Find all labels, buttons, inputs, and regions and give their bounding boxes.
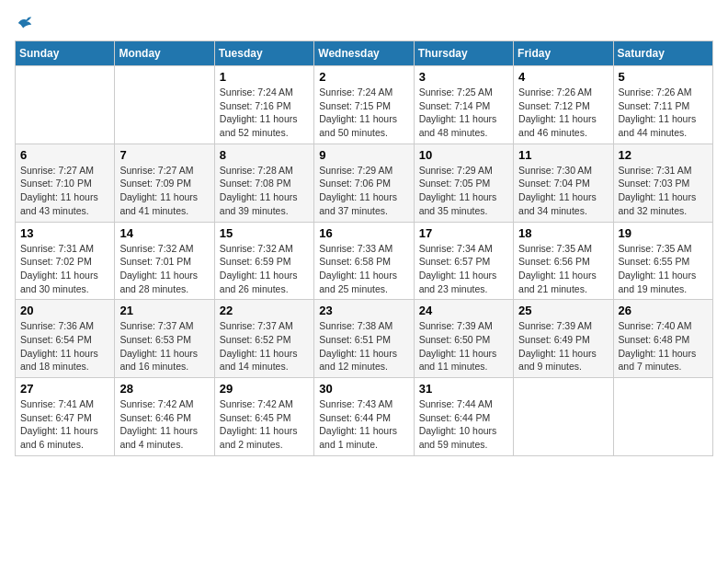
day-info: Sunrise: 7:43 AM Sunset: 6:44 PM Dayligh… [319, 397, 408, 452]
day-number: 19 [619, 226, 708, 240]
calendar-cell: 31Sunrise: 7:44 AM Sunset: 6:44 PM Dayli… [414, 378, 513, 456]
day-number: 28 [119, 382, 209, 396]
day-info: Sunrise: 7:30 AM Sunset: 7:04 PM Dayligh… [518, 164, 608, 218]
calendar-cell: 12Sunrise: 7:31 AM Sunset: 7:03 PM Dayli… [613, 144, 712, 222]
day-number: 13 [20, 226, 109, 240]
weekday-row: SundayMondayTuesdayWednesdayThursdayFrid… [16, 41, 713, 66]
calendar-cell: 8Sunrise: 7:28 AM Sunset: 7:08 PM Daylig… [214, 144, 313, 222]
calendar-week-row: 1Sunrise: 7:24 AM Sunset: 7:16 PM Daylig… [16, 66, 713, 144]
calendar-week-row: 13Sunrise: 7:31 AM Sunset: 7:02 PM Dayli… [16, 222, 713, 300]
calendar-cell [514, 378, 613, 456]
calendar-cell: 25Sunrise: 7:39 AM Sunset: 6:49 PM Dayli… [514, 300, 613, 378]
calendar-cell: 15Sunrise: 7:32 AM Sunset: 6:59 PM Dayli… [214, 222, 313, 300]
calendar-week-row: 6Sunrise: 7:27 AM Sunset: 7:10 PM Daylig… [16, 144, 713, 222]
day-info: Sunrise: 7:26 AM Sunset: 7:12 PM Dayligh… [518, 86, 608, 140]
weekday-header: Thursday [414, 41, 513, 66]
calendar-cell: 6Sunrise: 7:27 AM Sunset: 7:10 PM Daylig… [16, 144, 115, 222]
calendar-cell: 1Sunrise: 7:24 AM Sunset: 7:16 PM Daylig… [214, 66, 313, 144]
day-number: 5 [619, 70, 708, 84]
day-info: Sunrise: 7:24 AM Sunset: 7:16 PM Dayligh… [220, 86, 309, 140]
day-number: 6 [20, 148, 109, 162]
day-info: Sunrise: 7:29 AM Sunset: 7:05 PM Dayligh… [419, 164, 508, 218]
page-header [15, 15, 713, 29]
calendar-cell: 7Sunrise: 7:27 AM Sunset: 7:09 PM Daylig… [115, 144, 214, 222]
weekday-header: Sunday [16, 41, 115, 66]
day-info: Sunrise: 7:39 AM Sunset: 6:49 PM Dayligh… [518, 319, 608, 373]
day-number: 18 [518, 226, 608, 240]
weekday-header: Wednesday [314, 41, 414, 66]
calendar-cell: 18Sunrise: 7:35 AM Sunset: 6:56 PM Dayli… [514, 222, 613, 300]
day-number: 21 [119, 304, 209, 317]
calendar-cell: 11Sunrise: 7:30 AM Sunset: 7:04 PM Dayli… [514, 144, 613, 222]
day-number: 1 [220, 70, 309, 84]
day-number: 22 [220, 304, 309, 317]
day-number: 25 [518, 304, 608, 317]
calendar-cell: 27Sunrise: 7:41 AM Sunset: 6:47 PM Dayli… [16, 378, 115, 456]
day-info: Sunrise: 7:33 AM Sunset: 6:58 PM Dayligh… [319, 242, 408, 296]
day-info: Sunrise: 7:27 AM Sunset: 7:09 PM Dayligh… [119, 164, 209, 218]
day-info: Sunrise: 7:28 AM Sunset: 7:08 PM Dayligh… [220, 164, 309, 218]
day-number: 2 [319, 70, 408, 84]
calendar-cell: 21Sunrise: 7:37 AM Sunset: 6:53 PM Dayli… [115, 300, 214, 378]
day-number: 9 [319, 148, 408, 162]
calendar-cell: 3Sunrise: 7:25 AM Sunset: 7:14 PM Daylig… [414, 66, 513, 144]
day-number: 29 [220, 382, 309, 396]
day-number: 15 [220, 226, 309, 240]
calendar-cell: 30Sunrise: 7:43 AM Sunset: 6:44 PM Dayli… [314, 378, 414, 456]
calendar-table: SundayMondayTuesdayWednesdayThursdayFrid… [15, 40, 713, 456]
day-number: 3 [419, 70, 508, 84]
calendar-cell: 24Sunrise: 7:39 AM Sunset: 6:50 PM Dayli… [414, 300, 513, 378]
day-number: 8 [220, 148, 309, 162]
calendar-cell [613, 378, 712, 456]
calendar-cell: 22Sunrise: 7:37 AM Sunset: 6:52 PM Dayli… [214, 300, 313, 378]
day-info: Sunrise: 7:42 AM Sunset: 6:45 PM Dayligh… [220, 397, 309, 452]
weekday-header: Tuesday [214, 41, 313, 66]
day-number: 27 [20, 382, 109, 396]
day-number: 16 [319, 226, 408, 240]
day-info: Sunrise: 7:39 AM Sunset: 6:50 PM Dayligh… [419, 319, 508, 373]
day-info: Sunrise: 7:41 AM Sunset: 6:47 PM Dayligh… [20, 397, 109, 452]
calendar-cell: 28Sunrise: 7:42 AM Sunset: 6:46 PM Dayli… [115, 378, 214, 456]
day-info: Sunrise: 7:44 AM Sunset: 6:44 PM Dayligh… [419, 397, 508, 452]
day-info: Sunrise: 7:35 AM Sunset: 6:55 PM Dayligh… [619, 242, 708, 296]
day-number: 26 [619, 304, 708, 317]
day-info: Sunrise: 7:38 AM Sunset: 6:51 PM Dayligh… [319, 319, 408, 373]
day-number: 23 [319, 304, 408, 317]
calendar-cell: 2Sunrise: 7:24 AM Sunset: 7:15 PM Daylig… [314, 66, 414, 144]
logo [15, 15, 33, 29]
calendar-body: 1Sunrise: 7:24 AM Sunset: 7:16 PM Daylig… [16, 66, 713, 456]
day-info: Sunrise: 7:26 AM Sunset: 7:11 PM Dayligh… [619, 86, 708, 140]
day-info: Sunrise: 7:25 AM Sunset: 7:14 PM Dayligh… [419, 86, 508, 140]
day-info: Sunrise: 7:36 AM Sunset: 6:54 PM Dayligh… [20, 319, 109, 373]
calendar-cell: 16Sunrise: 7:33 AM Sunset: 6:58 PM Dayli… [314, 222, 414, 300]
calendar-cell: 17Sunrise: 7:34 AM Sunset: 6:57 PM Dayli… [414, 222, 513, 300]
day-number: 24 [419, 304, 508, 317]
calendar-cell: 13Sunrise: 7:31 AM Sunset: 7:02 PM Dayli… [16, 222, 115, 300]
calendar-week-row: 27Sunrise: 7:41 AM Sunset: 6:47 PM Dayli… [16, 378, 713, 456]
day-info: Sunrise: 7:29 AM Sunset: 7:06 PM Dayligh… [319, 164, 408, 218]
calendar-header: SundayMondayTuesdayWednesdayThursdayFrid… [16, 41, 713, 66]
logo-bird-icon [17, 15, 33, 31]
calendar-week-row: 20Sunrise: 7:36 AM Sunset: 6:54 PM Dayli… [16, 300, 713, 378]
calendar-cell: 9Sunrise: 7:29 AM Sunset: 7:06 PM Daylig… [314, 144, 414, 222]
day-info: Sunrise: 7:37 AM Sunset: 6:53 PM Dayligh… [119, 319, 209, 373]
weekday-header: Friday [514, 41, 613, 66]
day-info: Sunrise: 7:37 AM Sunset: 6:52 PM Dayligh… [220, 319, 309, 373]
day-info: Sunrise: 7:31 AM Sunset: 7:03 PM Dayligh… [619, 164, 708, 218]
day-number: 7 [119, 148, 209, 162]
day-info: Sunrise: 7:34 AM Sunset: 6:57 PM Dayligh… [419, 242, 508, 296]
calendar-cell [16, 66, 115, 144]
calendar-cell: 20Sunrise: 7:36 AM Sunset: 6:54 PM Dayli… [16, 300, 115, 378]
weekday-header: Saturday [613, 41, 712, 66]
day-number: 30 [319, 382, 408, 396]
day-number: 14 [119, 226, 209, 240]
calendar-cell: 19Sunrise: 7:35 AM Sunset: 6:55 PM Dayli… [613, 222, 712, 300]
calendar-cell: 26Sunrise: 7:40 AM Sunset: 6:48 PM Dayli… [613, 300, 712, 378]
day-info: Sunrise: 7:32 AM Sunset: 6:59 PM Dayligh… [220, 242, 309, 296]
day-info: Sunrise: 7:27 AM Sunset: 7:10 PM Dayligh… [20, 164, 109, 218]
day-number: 11 [518, 148, 608, 162]
calendar-cell: 4Sunrise: 7:26 AM Sunset: 7:12 PM Daylig… [514, 66, 613, 144]
day-info: Sunrise: 7:42 AM Sunset: 6:46 PM Dayligh… [119, 397, 209, 452]
day-info: Sunrise: 7:31 AM Sunset: 7:02 PM Dayligh… [20, 242, 109, 296]
day-number: 31 [419, 382, 508, 396]
